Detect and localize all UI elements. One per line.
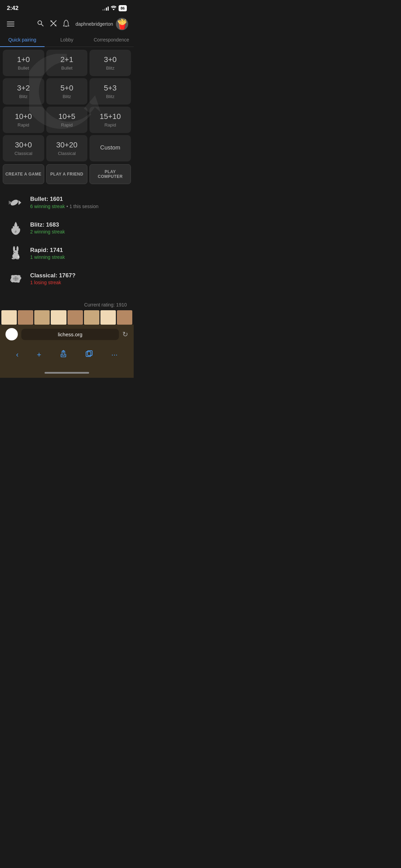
bullet-session: • 1 this session <box>66 204 99 209</box>
game-option-custom[interactable]: Custom <box>89 135 131 161</box>
blitz-rating: Blitz: 1683 <box>30 221 65 228</box>
svg-point-15 <box>16 246 19 252</box>
notification-icon[interactable] <box>63 20 69 28</box>
svg-point-18 <box>12 258 15 260</box>
classical-rating: Classical: 1767? <box>30 272 75 279</box>
bullet-streak: 6 winning streak <box>30 204 65 209</box>
browser-logo: ♞ <box>5 328 18 340</box>
classical-stat-row: Classical: 1767? 1 losing streak <box>7 270 127 288</box>
game-option-5-0-blitz[interactable]: 5+0 Blitz <box>46 78 88 105</box>
play-friend-button[interactable]: PLAY A FRIEND <box>46 164 88 184</box>
browser-navigation: ‹ + ··· <box>0 344 134 369</box>
wifi-icon <box>111 5 117 11</box>
current-rating-label: Current rating: 1910 <box>0 301 134 310</box>
signal-icon <box>102 6 109 11</box>
url-bar[interactable]: lichess.org <box>21 329 119 340</box>
blitz-stat-row: Blitz: 1683 2 winning streak <box>7 219 127 237</box>
rapid-icon <box>7 244 25 262</box>
board-cell-1 <box>1 310 17 325</box>
tab-bar: Quick pairing Lobby Correspondence <box>0 33 134 47</box>
status-time: 2:42 <box>7 5 19 12</box>
blitz-streak: 2 winning streak <box>30 229 65 234</box>
rating-stats: Bullet: 1601 6 winning streak • 1 this s… <box>0 188 134 301</box>
board-cell-8 <box>117 310 132 325</box>
play-computer-button[interactable]: PLAY COMPUTER <box>89 164 131 184</box>
game-option-2-1-bullet[interactable]: 2+1 Bullet <box>46 50 88 76</box>
crossed-swords-icon[interactable] <box>50 20 57 28</box>
status-bar: 2:42 86 <box>0 0 134 15</box>
avatar: 🍟 <box>116 18 128 30</box>
tab-quick-pairing[interactable]: Quick pairing <box>0 33 45 47</box>
bullet-rating: Bullet: 1601 <box>30 196 98 203</box>
svg-rect-34 <box>86 352 91 357</box>
svg-marker-8 <box>19 200 21 205</box>
rapid-rating: Rapid: 1741 <box>30 247 65 254</box>
nav-icons: daphnebridgerton 🍟 <box>37 18 128 30</box>
rapid-streak: 1 winning streak <box>30 254 65 260</box>
menu-button[interactable] <box>5 20 16 28</box>
game-option-30-0-classical[interactable]: 30+0 Classical <box>3 135 44 161</box>
svg-point-19 <box>16 258 19 260</box>
rapid-stat-row: Rapid: 1741 1 winning streak <box>7 244 127 262</box>
board-cell-4 <box>51 310 66 325</box>
more-button[interactable]: ··· <box>109 348 120 362</box>
new-tab-button[interactable]: + <box>34 348 44 362</box>
classical-icon <box>7 270 25 288</box>
board-cell-5 <box>68 310 83 325</box>
battery-icon: 86 <box>119 5 127 11</box>
game-option-3-2-blitz[interactable]: 3+2 Blitz <box>3 78 44 105</box>
blitz-icon <box>7 219 25 237</box>
bullet-stat-info: Bullet: 1601 6 winning streak • 1 this s… <box>30 196 98 209</box>
game-option-1-0-bullet[interactable]: 1+0 Bullet <box>3 50 44 76</box>
create-game-button[interactable]: CREATE A GAME <box>3 164 44 184</box>
bullet-stat-row: Bullet: 1601 6 winning streak • 1 this s… <box>7 194 127 212</box>
rapid-stat-info: Rapid: 1741 1 winning streak <box>30 247 65 260</box>
svg-point-24 <box>19 277 21 279</box>
game-grid: 1+0 Bullet 2+1 Bullet 3+0 Blitz 3+2 Blit… <box>0 47 134 164</box>
svg-point-16 <box>14 252 15 253</box>
game-option-10-5-rapid[interactable]: 10+5 Rapid <box>46 107 88 133</box>
browser-bar: ♞ lichess.org ↻ <box>0 325 134 344</box>
game-option-30-20-classical[interactable]: 30+20 Classical <box>46 135 88 161</box>
game-option-10-0-rapid[interactable]: 10+0 Rapid <box>3 107 44 133</box>
svg-line-1 <box>41 24 44 26</box>
home-indicator <box>0 369 134 378</box>
share-button[interactable] <box>57 347 70 362</box>
username: daphnebridgerton <box>75 21 113 27</box>
search-icon[interactable] <box>37 20 44 28</box>
back-button[interactable]: ‹ <box>13 348 21 362</box>
game-option-15-10-rapid[interactable]: 15+10 Rapid <box>89 107 131 133</box>
tab-lobby[interactable]: Lobby <box>45 33 89 47</box>
top-nav: daphnebridgerton 🍟 <box>0 15 134 33</box>
home-bar <box>45 372 89 374</box>
game-option-5-3-blitz[interactable]: 5+3 Blitz <box>89 78 131 105</box>
svg-rect-35 <box>87 351 92 355</box>
classical-stat-info: Classical: 1767? 1 losing streak <box>30 272 75 285</box>
bullet-icon <box>7 194 25 212</box>
game-option-3-0-blitz[interactable]: 3+0 Blitz <box>89 50 131 76</box>
reload-button[interactable]: ↻ <box>122 330 128 338</box>
board-cell-6 <box>84 310 99 325</box>
board-cell-3 <box>34 310 50 325</box>
chessboard-strip <box>0 310 134 325</box>
tabs-button[interactable] <box>83 347 96 362</box>
board-cell-7 <box>100 310 116 325</box>
classical-streak: 1 losing streak <box>30 280 75 285</box>
svg-point-14 <box>13 246 15 252</box>
tab-correspondence[interactable]: Correspondence <box>89 33 134 47</box>
user-profile[interactable]: daphnebridgerton 🍟 <box>75 18 128 30</box>
blitz-stat-info: Blitz: 1683 2 winning streak <box>30 221 65 234</box>
action-buttons: CREATE A GAME PLAY A FRIEND PLAY COMPUTE… <box>0 164 134 188</box>
board-cell-2 <box>18 310 33 325</box>
status-icons: 86 <box>102 5 127 11</box>
